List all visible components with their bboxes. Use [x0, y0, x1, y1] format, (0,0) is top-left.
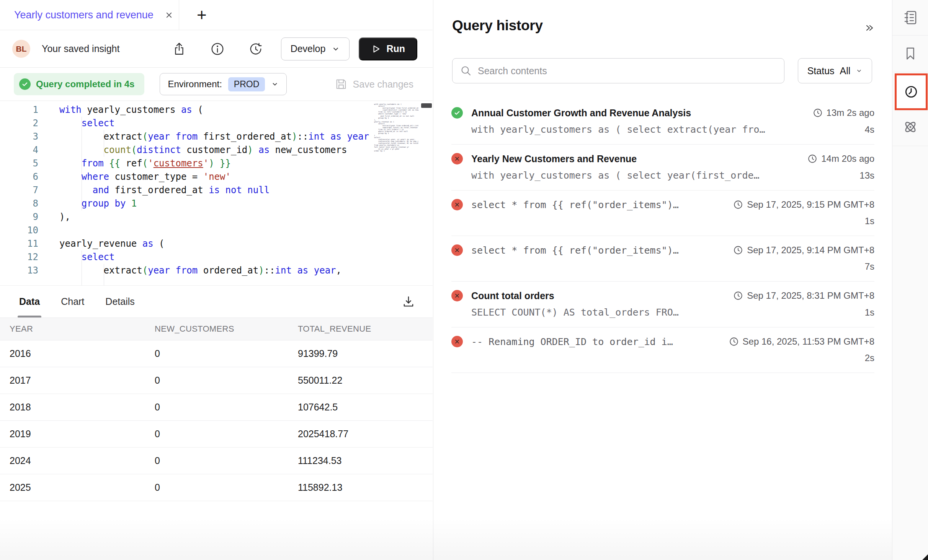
compass-icon[interactable] — [892, 115, 928, 139]
code-line: where customer_type = 'new' — [59, 170, 369, 184]
query-sql-preview: with yearly_customers as ( select year(f… — [471, 170, 760, 181]
table-cell: 2017 — [10, 375, 155, 386]
table-cell: 111234.53 — [298, 455, 433, 466]
line-number: 3 — [0, 130, 38, 143]
table-cell: 0 — [155, 428, 298, 440]
table-row: 20180107642.5 — [0, 394, 433, 421]
table-cell: 91399.79 — [298, 348, 433, 359]
line-number: 4 — [0, 143, 38, 157]
results-tabs: DataChartDetails — [19, 286, 135, 318]
save-changes-button[interactable]: Save changes — [335, 78, 413, 90]
status-error-icon — [451, 244, 463, 256]
tab-details[interactable]: Details — [105, 286, 134, 318]
line-numbers: 12345678910111213 — [0, 103, 38, 277]
status-error-icon — [451, 153, 463, 164]
develop-label: Develop — [291, 43, 326, 54]
query-duration: 1s — [857, 216, 874, 226]
table-row: 20240111234.53 — [0, 448, 433, 474]
status-error-icon — [451, 336, 463, 347]
code-line: ), — [59, 210, 369, 224]
table-row: 201902025418.77 — [0, 421, 433, 448]
chevron-down-icon — [856, 67, 863, 74]
save-icon — [335, 78, 347, 90]
table-cell: 0 — [155, 402, 298, 413]
code-line: count(distinct customer_id) as new_custo… — [59, 143, 369, 157]
query-history-item[interactable]: -- Renaming ORDER_ID to order_id i…Sep 1… — [451, 327, 874, 373]
close-tab-icon[interactable] — [164, 10, 174, 20]
editor-scrollbar-thumb[interactable] — [421, 103, 432, 108]
bookmark-icon[interactable] — [892, 41, 928, 66]
status-filter-dropdown[interactable]: Status All — [798, 58, 872, 83]
sql-editor[interactable]: 12345678910111213 with yearly_customers … — [0, 101, 433, 285]
history-clock-icon-active[interactable] — [895, 73, 928, 110]
develop-button[interactable]: Develop — [281, 37, 350, 60]
status-success-icon — [451, 107, 463, 119]
run-button[interactable]: Run — [359, 37, 417, 60]
editor-minimap[interactable]: with yearly_customers as ( select extrac… — [374, 103, 418, 152]
code-line: yearly_revenue as ( — [59, 237, 369, 251]
tab-chart[interactable]: Chart — [61, 286, 84, 318]
table-row: 2016091399.79 — [0, 340, 433, 367]
query-timestamp: Sep 16, 2025, 11:53 PM GMT+8 — [721, 336, 874, 347]
divider — [892, 146, 928, 146]
panel-title: Query history — [452, 18, 543, 34]
table-body: 2016091399.7920170550011.2220180107642.5… — [0, 340, 433, 501]
insight-header: BL Your saved insight Develop Run — [0, 30, 433, 68]
query-sql-preview: select * from {{ ref("order_items")… — [471, 199, 679, 210]
tab-yearly-customers-and-revenue[interactable]: Yearly customers and revenue — [0, 0, 179, 30]
table-cell: 0 — [155, 348, 298, 359]
query-timestamp: Sep 17, 2025, 8:31 PM GMT+8 — [725, 290, 874, 301]
version-history-icon[interactable] — [249, 42, 263, 56]
search-box — [452, 58, 784, 83]
environment-dropdown[interactable]: Environment: PROD — [160, 73, 287, 95]
code-line: group by 1 — [59, 197, 369, 210]
line-number: 13 — [0, 264, 38, 277]
table-cell: 115892.13 — [298, 482, 433, 493]
query-sql-preview: -- Renaming ORDER_ID to order_id i… — [471, 336, 673, 347]
query-duration: 4s — [857, 124, 874, 135]
collapse-panel-icon[interactable] — [863, 21, 876, 36]
line-number: 7 — [0, 184, 38, 197]
table-row: 20250115892.13 — [0, 474, 433, 501]
line-number: 8 — [0, 197, 38, 210]
query-history-item[interactable]: Yearly New Customers and Revenue14m 20s … — [451, 145, 874, 190]
line-number: 10 — [0, 224, 38, 237]
right-sidebar — [892, 0, 928, 560]
table-cell: 0 — [155, 375, 298, 386]
query-timestamp: Sep 17, 2025, 9:15 PM GMT+8 — [725, 199, 874, 210]
app-window: Yearly customers and revenue + BL Your s… — [0, 0, 928, 560]
tab-data[interactable]: Data — [19, 286, 40, 318]
tab-bar: Yearly customers and revenue + — [0, 0, 433, 30]
query-sql-preview: select * from {{ ref("order_items")… — [471, 245, 679, 256]
query-duration: 1s — [857, 307, 874, 318]
status-filter-value: All — [840, 65, 851, 77]
query-timestamp: 14m 20s ago — [800, 153, 874, 164]
query-history-item[interactable]: Count total ordersSep 17, 2025, 8:31 PM … — [451, 282, 874, 327]
table-cell: 0 — [155, 455, 298, 466]
results-tab-bar: DataChartDetails — [0, 285, 433, 317]
query-history-item[interactable]: Annual Customer Growth and Revenue Analy… — [451, 99, 874, 145]
chevron-down-icon — [271, 80, 279, 88]
query-history-panel: Query history Status All Annual Customer… — [433, 0, 892, 560]
query-history-item[interactable]: select * from {{ ref("order_items")…Sep … — [451, 236, 874, 282]
table-row: 20170550011.22 — [0, 367, 433, 394]
table-cell: 550011.22 — [298, 375, 433, 386]
column-header: TOTAL_REVENUE — [298, 324, 433, 334]
environment-label: Environment: — [168, 79, 222, 90]
divider — [892, 35, 928, 36]
query-history-item[interactable]: select * from {{ ref("order_items")…Sep … — [451, 190, 874, 236]
share-icon[interactable] — [172, 42, 186, 56]
table-cell: 2016 — [10, 348, 155, 359]
table-cell: 2018 — [10, 402, 155, 413]
table-header-row: YEARNEW_CUSTOMERSTOTAL_REVENUE — [0, 317, 433, 340]
play-icon — [371, 44, 381, 54]
search-input[interactable] — [478, 65, 776, 77]
code-line: and first_ordered_at is not null — [59, 184, 369, 197]
query-status-text: Query completed in 4s — [36, 79, 134, 90]
divider — [892, 72, 928, 72]
notebook-icon[interactable] — [892, 5, 928, 30]
new-tab-button[interactable]: + — [191, 0, 212, 30]
download-icon[interactable] — [402, 295, 415, 309]
table-cell: 0 — [155, 482, 298, 493]
info-icon[interactable] — [211, 42, 224, 56]
